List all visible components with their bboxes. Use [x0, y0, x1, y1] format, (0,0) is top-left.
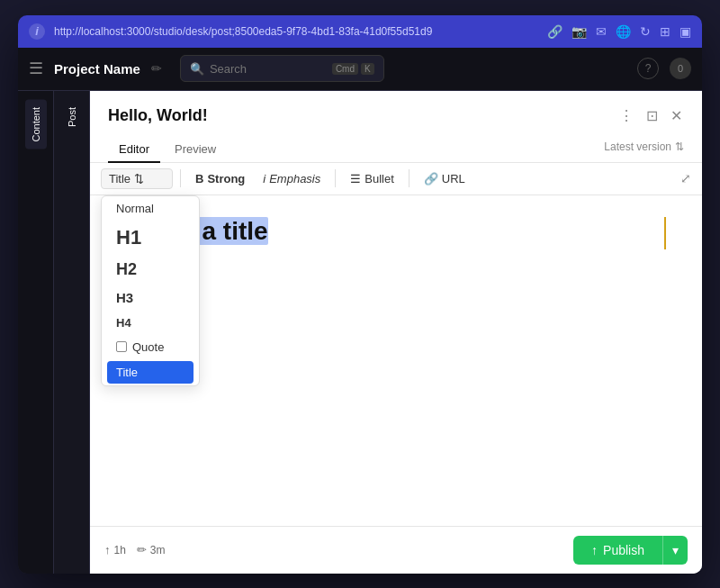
- sync-icon[interactable]: ↻: [640, 24, 651, 39]
- footer-stat-1-value: 1h: [114, 544, 126, 556]
- editor-tabs-row: Editor Preview Latest version ⇅: [108, 137, 684, 162]
- document-title: Hello, World!: [108, 106, 208, 125]
- browser-icons: 🔗 📷 ✉ 🌐 ↻ ⊞ ▣: [547, 24, 691, 39]
- search-input[interactable]: [210, 62, 327, 76]
- chevron-up-down-icon: ⇅: [134, 172, 144, 185]
- style-selector-label: Title: [109, 172, 130, 185]
- k-key: K: [361, 63, 374, 75]
- quote-icon: [116, 341, 127, 352]
- browser-url: http://localhost:3000/studio/desk/post;8…: [54, 25, 538, 38]
- toolbar-divider-1: [180, 169, 181, 187]
- footer-stat-2-value: 3m: [150, 544, 166, 556]
- editor-panel: Hello, World! ⋮ ⊡ ✕ Editor Preview: [90, 91, 702, 574]
- split-view-button[interactable]: ⊡: [644, 105, 660, 126]
- version-icon: ⇅: [675, 140, 684, 153]
- top-nav: ☰ Project Name ✏ 🔍 Cmd K ? 0: [18, 48, 702, 91]
- panel-tab-post[interactable]: Post: [61, 100, 83, 134]
- expand-button[interactable]: ⤢: [680, 171, 691, 185]
- help-button[interactable]: ?: [637, 58, 659, 79]
- search-shortcut: Cmd K: [332, 63, 374, 75]
- browser-bar: i http://localhost:3000/studio/desk/post…: [18, 15, 702, 48]
- tab-preview[interactable]: Preview: [164, 137, 227, 163]
- panel-tabs: Post: [54, 91, 90, 574]
- app-container: ☰ Project Name ✏ 🔍 Cmd K ? 0 Content: [18, 48, 702, 574]
- editor-toolbar: Title ⇅ B Strong i Emphasis ☰: [90, 163, 702, 195]
- mail-icon[interactable]: ✉: [596, 24, 607, 39]
- bold-icon: B: [195, 172, 203, 185]
- publish-button[interactable]: ↑ Publish: [573, 536, 662, 565]
- editor-header: Hello, World! ⋮ ⊡ ✕ Editor Preview: [90, 91, 702, 163]
- upload-icon: ↑: [104, 543, 111, 556]
- style-dropdown: Normal H1 H2 H3 H4 Quote Title: [101, 195, 200, 386]
- text-cursor: [664, 217, 666, 249]
- link-icon: 🔗: [424, 172, 438, 185]
- emphasis-button[interactable]: i Emphasis: [256, 168, 328, 189]
- dropdown-h1[interactable]: H1: [102, 221, 199, 255]
- dropdown-title[interactable]: Title: [107, 361, 194, 384]
- bullet-icon: ☰: [350, 172, 361, 185]
- editor-title-actions: ⋮ ⊡ ✕: [617, 105, 684, 126]
- bullet-button[interactable]: ☰ Bullet: [343, 168, 401, 189]
- toolbar-divider-3: [409, 169, 410, 187]
- link-icon[interactable]: 🔗: [547, 24, 562, 39]
- editor-title-row: Hello, World! ⋮ ⊡ ✕: [108, 105, 684, 126]
- editor-tab-group: Editor Preview: [108, 137, 227, 162]
- main-area: Content Post Hello, World! ⋮ ⊡ ✕: [18, 91, 702, 574]
- publish-dropdown-button[interactable]: ▾: [662, 536, 688, 565]
- toolbar-divider-2: [335, 169, 336, 187]
- grid-icon[interactable]: ⊞: [660, 24, 670, 39]
- style-selector[interactable]: Title ⇅: [101, 168, 173, 189]
- close-button[interactable]: ✕: [669, 105, 684, 126]
- search-box[interactable]: 🔍 Cmd K: [180, 55, 384, 82]
- version-label: Latest version ⇅: [604, 140, 684, 158]
- globe-icon[interactable]: 🌐: [616, 24, 631, 39]
- chevron-down-icon: ▾: [672, 543, 679, 557]
- tab-editor[interactable]: Editor: [108, 137, 160, 163]
- editor-footer: ↑ 1h ✏ 3m ↑ Publish ▾: [90, 526, 702, 574]
- dropdown-h4[interactable]: H4: [102, 311, 199, 335]
- sidebar-item-content[interactable]: Content: [25, 100, 47, 149]
- footer-stat-2: ✏ 3m: [137, 543, 166, 556]
- strong-button[interactable]: B Strong: [188, 168, 252, 189]
- browser-info-icon: i: [29, 23, 45, 40]
- footer-stat-1: ↑ 1h: [104, 543, 126, 556]
- pencil-icon: ✏: [137, 543, 147, 556]
- sidebar-tabs: Content: [18, 91, 54, 574]
- camera-icon[interactable]: 📷: [572, 24, 587, 39]
- more-options-button[interactable]: ⋮: [617, 105, 635, 126]
- url-button[interactable]: 🔗 URL: [417, 168, 472, 189]
- dropdown-normal[interactable]: Normal: [102, 196, 199, 221]
- user-avatar[interactable]: 0: [670, 58, 691, 79]
- dropdown-h3[interactable]: H3: [102, 285, 199, 311]
- edit-project-icon[interactable]: ✏: [151, 61, 162, 76]
- hamburger-menu[interactable]: ☰: [29, 59, 43, 78]
- publish-icon: ↑: [591, 543, 598, 557]
- dropdown-h2[interactable]: H2: [102, 255, 199, 285]
- search-icon: 🔍: [190, 62, 204, 76]
- cmd-key: Cmd: [332, 63, 358, 75]
- dropdown-quote[interactable]: Quote: [102, 335, 199, 359]
- project-name: Project Name: [54, 61, 140, 77]
- italic-icon: i: [263, 172, 266, 185]
- app-window: i http://localhost:3000/studio/desk/post…: [18, 15, 702, 574]
- publish-group: ↑ Publish ▾: [573, 536, 688, 565]
- panel-icon[interactable]: ▣: [680, 24, 691, 39]
